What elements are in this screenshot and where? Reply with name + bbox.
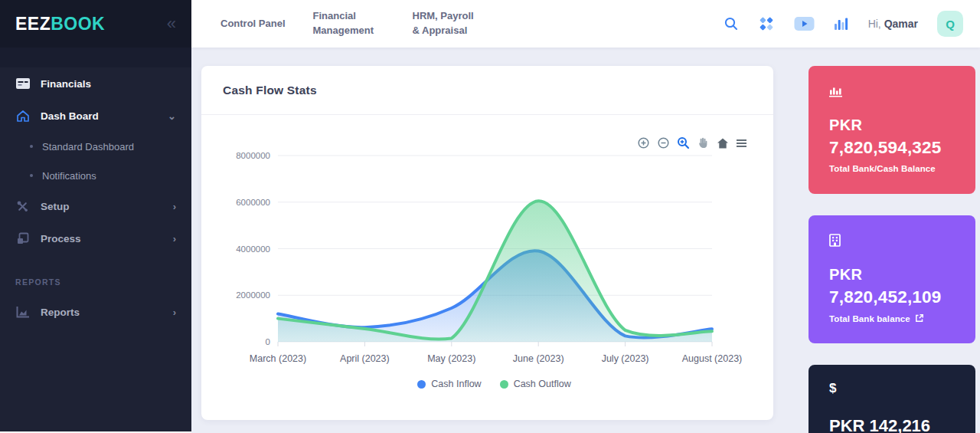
avatar[interactable]: Q: [937, 11, 963, 37]
sidebar-item-label: Process: [41, 233, 81, 244]
sidebar-item-reports[interactable]: Reports ›: [0, 296, 191, 328]
analytics-icon[interactable]: [834, 17, 849, 31]
stat-label: Total Bank balance: [829, 313, 955, 324]
topbar-actions: Hi, Qamar Q: [724, 11, 980, 37]
nav-control-panel[interactable]: Control Panel: [220, 17, 286, 31]
report-chart-icon: [15, 306, 30, 318]
legend-item-cash-inflow[interactable]: Cash Inflow: [417, 379, 481, 389]
menu-icon[interactable]: [736, 138, 747, 149]
sidebar-subitem-label: Notifications: [42, 170, 96, 182]
page-title: Cash Flow Stats: [223, 84, 317, 97]
svg-text:4000000: 4000000: [236, 244, 270, 254]
greeting-prefix: Hi,: [868, 18, 881, 30]
sidebar-section-reports: REPORTS: [0, 254, 191, 296]
stat-label: Total Bank/Cash Balance: [829, 164, 955, 173]
sidebar-item-financials[interactable]: Financials: [0, 67, 191, 100]
chart-legend: Cash Inflow Cash Outflow: [201, 379, 773, 389]
user-name: Qamar: [884, 18, 918, 30]
sidebar-item-notifications[interactable]: Notifications: [0, 161, 191, 190]
sidebar-subitem-label: Standard Dashboard: [42, 141, 134, 153]
svg-text:0: 0: [266, 337, 270, 346]
apps-icon[interactable]: [758, 15, 775, 32]
logo-primary: EEZ: [15, 14, 51, 34]
video-icon[interactable]: [794, 16, 815, 31]
topbar-nav: Control Panel Financial Management HRM, …: [191, 9, 479, 38]
legend-item-cash-outflow[interactable]: Cash Outflow: [500, 379, 571, 389]
bar-chart-icon: [829, 84, 955, 97]
nav-hrm-payroll[interactable]: HRM, Payroll & Appraisal: [413, 9, 479, 38]
svg-text:8000000: 8000000: [236, 151, 270, 160]
sidebar-item-label: Dash Board: [41, 110, 99, 122]
zoom-out-icon[interactable]: [657, 136, 670, 149]
sidebar-item-process[interactable]: Process ›: [0, 222, 191, 254]
user-greeting: Hi, Qamar: [868, 18, 918, 30]
stat-card-pkr-142216: $ PKR 142,216: [808, 365, 975, 433]
selection-zoom-icon[interactable]: [677, 136, 690, 149]
cashflow-chart-svg[interactable]: 02000000400000060000008000000March (2023…: [201, 115, 773, 376]
cashflow-card-header: Cash Flow Stats: [201, 66, 773, 115]
sidebar-item-dashboard[interactable]: Dash Board ⌄: [0, 100, 191, 132]
chevron-right-icon: ›: [173, 233, 176, 244]
logo-bar: EEZBOOK «: [0, 0, 191, 48]
sidebar-item-label: Setup: [41, 201, 70, 212]
main-content: Cash Flow Stats: [191, 48, 980, 433]
svg-text:May (2023): May (2023): [427, 353, 475, 364]
zoom-in-icon[interactable]: [637, 136, 650, 149]
svg-text:2000000: 2000000: [236, 290, 270, 300]
stat-label-text: Total Bank balance: [829, 314, 910, 323]
stat-card-total-bank-cash-balance: PKR 7,820,594,325 Total Bank/Cash Balanc…: [808, 66, 975, 194]
legend-dot: [500, 380, 508, 389]
bullet-icon: [30, 145, 33, 148]
legend-label: Cash Outflow: [514, 379, 571, 389]
svg-text:July (2023): July (2023): [602, 353, 649, 364]
stat-amount: PKR 142,216: [829, 416, 955, 433]
sidebar-item-standard-dashboard[interactable]: Standard Dashboard: [0, 132, 191, 161]
cashflow-chart-body: 02000000400000060000008000000March (2023…: [201, 115, 773, 389]
cashflow-card: Cash Flow Stats: [201, 66, 773, 420]
dollar-icon: $: [829, 383, 955, 396]
chevron-down-icon: ⌄: [168, 110, 176, 122]
tools-icon: [15, 200, 30, 213]
sidebar-item-label: Reports: [41, 307, 80, 318]
pan-icon[interactable]: [697, 136, 710, 149]
home-icon: [15, 110, 30, 123]
sidebar-item-setup[interactable]: Setup ›: [0, 190, 191, 222]
chart-toolbar: [637, 136, 747, 149]
external-link-icon[interactable]: [915, 313, 924, 324]
svg-text:March (2023): March (2023): [250, 353, 306, 364]
chevron-right-icon: ›: [173, 307, 176, 318]
stat-currency: PKR: [829, 266, 955, 284]
sidebar-item-label: Financials: [41, 78, 91, 90]
nav-financial-management[interactable]: Financial Management: [313, 9, 385, 38]
svg-text:June (2023): June (2023): [513, 353, 564, 364]
bullet-icon: [30, 174, 33, 177]
svg-text:April (2023): April (2023): [340, 353, 390, 364]
building-icon: [829, 234, 955, 247]
home-reset-icon[interactable]: [717, 137, 729, 149]
app-logo[interactable]: EEZBOOK: [15, 14, 105, 34]
sidebar: EEZBOOK « Financials Dash Board ⌄ Standa…: [0, 0, 191, 431]
topbar: Control Panel Financial Management HRM, …: [191, 0, 980, 48]
svg-text:August (2023): August (2023): [682, 353, 743, 364]
stat-currency: PKR: [829, 116, 955, 134]
logo-secondary: BOOK: [51, 14, 105, 34]
sidebar-collapse-icon[interactable]: «: [167, 15, 176, 32]
legend-label: Cash Inflow: [431, 379, 481, 389]
search-icon[interactable]: [724, 16, 739, 31]
stat-amount: 7,820,452,109: [829, 287, 955, 307]
legend-dot: [417, 380, 426, 389]
stat-card-total-bank-balance: PKR 7,820,452,109 Total Bank balance: [808, 215, 975, 343]
credit-card-icon: [15, 78, 30, 89]
process-grid-icon: [15, 232, 30, 244]
stat-amount: 7,820,594,325: [829, 138, 955, 158]
sidebar-divider-band: [0, 48, 191, 67]
chevron-right-icon: ›: [173, 201, 176, 212]
svg-text:6000000: 6000000: [236, 198, 270, 207]
